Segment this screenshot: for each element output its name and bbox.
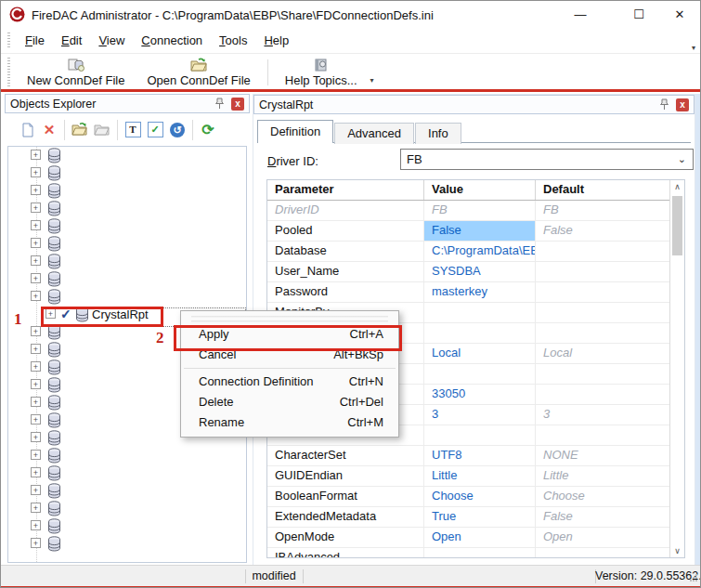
- maximize-button[interactable]: ☐: [617, 1, 660, 29]
- rename-icon[interactable]: T: [122, 120, 144, 140]
- scrollbar-thumb[interactable]: [672, 196, 682, 255]
- value-cell[interactable]: 33050: [424, 385, 536, 404]
- tree-item[interactable]: +: [8, 164, 246, 182]
- value-cell[interactable]: True: [424, 507, 536, 527]
- grid-row[interactable]: GUIDEndianLittleLittle: [267, 466, 670, 487]
- pin-icon[interactable]: [658, 98, 670, 111]
- menu-item-help[interactable]: Help: [255, 29, 297, 51]
- tree-item[interactable]: +: [8, 182, 246, 200]
- chevron-down-icon[interactable]: ⌄: [678, 150, 686, 169]
- value-cell[interactable]: masterkey: [424, 282, 536, 302]
- value-cell[interactable]: Open: [424, 528, 536, 547]
- expand-plus-icon[interactable]: +: [31, 167, 41, 177]
- tree-item[interactable]: +: [8, 482, 246, 500]
- menu-item-connection-definition[interactable]: Connection DefinitionCtrl+N: [183, 372, 396, 392]
- column-header-value[interactable]: Value: [424, 180, 536, 200]
- tree-item[interactable]: +: [8, 288, 246, 306]
- resize-grip[interactable]: [689, 571, 698, 585]
- tree-item[interactable]: +: [8, 235, 246, 253]
- tree-item[interactable]: +: [8, 253, 246, 270]
- refresh-icon[interactable]: ⟳: [197, 120, 219, 140]
- tree-item[interactable]: +: [8, 447, 246, 464]
- expand-plus-icon[interactable]: +: [31, 291, 41, 301]
- expand-plus-icon[interactable]: +: [31, 397, 41, 407]
- grid-row[interactable]: DriverIDFBFB: [267, 201, 670, 221]
- grid-row[interactable]: CharacterSetUTF8NONE: [267, 446, 670, 466]
- column-header-parameter[interactable]: Parameter: [267, 180, 424, 200]
- tree-item[interactable]: +: [8, 147, 246, 164]
- toolbar-overflow-icon[interactable]: ▾: [370, 76, 374, 85]
- value-cell[interactable]: C:\ProgramData\EBP\Shar: [424, 242, 536, 261]
- panel-close-icon[interactable]: x: [676, 98, 689, 111]
- value-cell[interactable]: SYSDBA: [424, 262, 536, 281]
- menu-item-tools[interactable]: Tools: [211, 29, 255, 51]
- expand-plus-icon[interactable]: +: [31, 255, 41, 266]
- menu-item-file[interactable]: File: [17, 29, 53, 51]
- expand-plus-icon[interactable]: +: [31, 485, 41, 495]
- expand-plus-icon[interactable]: +: [31, 326, 41, 336]
- tree-item[interactable]: +: [8, 464, 246, 482]
- apply-check-icon[interactable]: ✓: [144, 120, 166, 140]
- new-document-icon[interactable]: [16, 120, 38, 140]
- tree-item[interactable]: +: [8, 217, 246, 235]
- column-header-default[interactable]: Default: [536, 180, 670, 200]
- delete-icon[interactable]: ✕: [38, 120, 60, 140]
- expand-plus-icon[interactable]: +: [31, 450, 41, 460]
- scroll-up-icon[interactable]: ∧: [670, 182, 684, 191]
- tree-item[interactable]: +: [8, 535, 246, 553]
- value-cell[interactable]: UTF8: [424, 446, 536, 465]
- grid-row[interactable]: Passwordmasterkey: [267, 282, 670, 303]
- expand-plus-icon[interactable]: +: [31, 538, 41, 548]
- grid-row[interactable]: OpenModeOpenOpen: [267, 528, 670, 548]
- value-cell[interactable]: Choose: [424, 487, 536, 506]
- tree-item[interactable]: +: [8, 517, 246, 535]
- grid-row[interactable]: BooleanFormatChooseChoose: [267, 487, 670, 507]
- expand-plus-icon[interactable]: +: [31, 361, 41, 372]
- expand-plus-icon[interactable]: +: [31, 238, 41, 248]
- expand-plus-icon[interactable]: +: [31, 379, 41, 389]
- expand-plus-icon[interactable]: +: [31, 503, 41, 513]
- value-cell[interactable]: False: [424, 221, 536, 241]
- expand-plus-icon[interactable]: +: [31, 203, 41, 213]
- expand-plus-icon[interactable]: +: [31, 150, 41, 160]
- close-button[interactable]: ✕: [658, 1, 701, 29]
- grid-row[interactable]: User_NameSYSDBA: [267, 262, 670, 282]
- tree-item[interactable]: +: [8, 200, 246, 217]
- tab-advanced[interactable]: Advanced: [334, 123, 414, 144]
- tab-definition[interactable]: Definition: [257, 120, 333, 143]
- expand-plus-icon[interactable]: +: [31, 467, 41, 477]
- tree-item[interactable]: +: [8, 500, 246, 517]
- value-cell[interactable]: [424, 548, 536, 558]
- value-cell[interactable]: Little: [424, 466, 536, 486]
- expand-plus-icon[interactable]: +: [31, 520, 41, 530]
- expand-plus-icon[interactable]: +: [31, 185, 41, 195]
- menubar-overflow-icon[interactable]: ▾: [692, 44, 695, 52]
- grid-scrollbar[interactable]: ∧ ∨: [669, 180, 684, 557]
- scroll-down-icon[interactable]: ∨: [670, 546, 684, 555]
- toolbar-grip[interactable]: [7, 58, 10, 86]
- import-folder-icon[interactable]: [91, 120, 113, 140]
- value-cell[interactable]: Local: [424, 344, 536, 363]
- minimize-button[interactable]: —: [559, 1, 602, 29]
- expand-plus-icon[interactable]: +: [31, 414, 41, 425]
- grid-row[interactable]: DatabaseC:\ProgramData\EBP\Shar: [267, 242, 670, 262]
- revert-icon[interactable]: ↺: [166, 120, 188, 140]
- value-cell[interactable]: FB: [424, 201, 536, 220]
- tree-item[interactable]: +: [8, 270, 246, 288]
- grid-row[interactable]: PooledFalseFalse: [267, 221, 670, 242]
- open-folder-icon[interactable]: [69, 120, 91, 140]
- menu-item-rename[interactable]: RenameCtrl+M: [183, 412, 396, 433]
- menu-item-delete[interactable]: DeleteCtrl+Del: [183, 392, 396, 412]
- pin-icon[interactable]: [214, 98, 226, 110]
- grid-row[interactable]: ExtendedMetadataTrueFalse: [267, 507, 670, 528]
- value-cell[interactable]: [424, 364, 536, 384]
- value-cell[interactable]: [424, 323, 536, 343]
- tab-info[interactable]: Info: [415, 123, 461, 144]
- driver-id-combobox[interactable]: FB ⌄: [400, 149, 694, 170]
- panel-close-icon[interactable]: x: [231, 98, 244, 111]
- menubar-grip[interactable]: [7, 33, 10, 49]
- grid-row[interactable]: IBAdvanced: [267, 548, 670, 558]
- help-topics-button[interactable]: Help Topics...: [274, 55, 369, 90]
- expand-plus-icon[interactable]: +: [31, 273, 41, 283]
- value-cell[interactable]: 3: [424, 405, 536, 425]
